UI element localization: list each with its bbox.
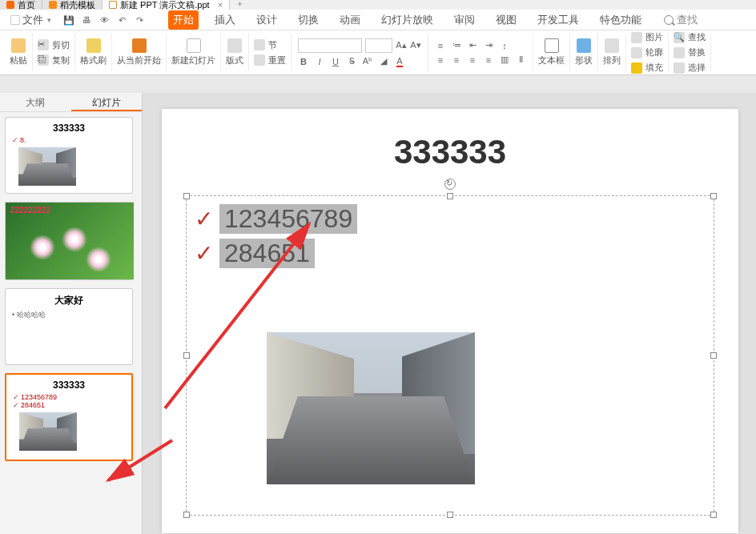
decrease-font-icon[interactable]: A▾	[410, 40, 421, 51]
outline-icon	[631, 47, 642, 58]
resize-handle[interactable]	[710, 352, 717, 359]
shape-icon	[577, 38, 591, 53]
ribbon-tab-view[interactable]: 视图	[491, 10, 521, 30]
ribbon-tab-review[interactable]: 审阅	[449, 10, 480, 30]
resize-handle[interactable]	[183, 512, 190, 518]
resize-handle[interactable]	[447, 512, 453, 518]
play-icon	[132, 38, 147, 53]
slide-thumb-2[interactable]: 222222222	[5, 202, 133, 280]
thumb1-image	[18, 147, 76, 186]
bold-icon[interactable]: B	[298, 56, 309, 67]
print-icon[interactable]: 🖶	[81, 14, 92, 26]
ribbon-search[interactable]: 查找	[664, 13, 698, 27]
ribbon-toolbar: 粘贴 ✂剪切 ⿻复制 格式刷 从当前开始 新建幻灯片 版式 节 重置 A▴ A▾…	[0, 30, 756, 75]
align-right-icon[interactable]: ≡	[467, 54, 478, 66]
slide-thumb-3[interactable]: 大家好 • 哈哈哈哈	[5, 288, 133, 365]
close-icon[interactable]: ×	[218, 0, 223, 10]
redo-icon[interactable]: ↷	[134, 14, 145, 26]
font-select[interactable]	[298, 38, 362, 53]
slide-image[interactable]	[267, 332, 475, 484]
panel-tab-outline[interactable]: 大纲	[0, 93, 71, 111]
fill-button[interactable]: 填充	[631, 62, 663, 74]
from-current-button[interactable]: 从当前开始	[117, 38, 161, 66]
ribbon-tab-dev[interactable]: 开发工具	[533, 10, 584, 30]
indent-dec-icon[interactable]: ⇤	[467, 40, 478, 51]
underline-icon[interactable]: U	[330, 56, 341, 67]
linespace-icon[interactable]: ↕	[499, 40, 510, 51]
resize-handle[interactable]	[710, 512, 717, 518]
tab-home[interactable]: 首页	[0, 0, 42, 10]
new-tab-button[interactable]: ＋	[230, 0, 249, 10]
ribbon-tab-anim[interactable]: 动画	[335, 10, 365, 30]
section-button[interactable]: 节	[254, 39, 286, 51]
bullet-text-1: 123456789	[219, 204, 357, 234]
pic-button[interactable]: 图片	[631, 31, 663, 43]
resize-handle[interactable]	[447, 193, 453, 199]
ppt-icon	[109, 1, 117, 9]
tab-templates[interactable]: 稻壳模板	[42, 0, 103, 10]
content-textbox[interactable]: ✓123456789 ✓284651	[186, 195, 714, 516]
bullet-line-2[interactable]: ✓284651	[195, 239, 357, 268]
file-menu[interactable]: 文件	[5, 10, 57, 30]
columns-icon[interactable]: ▥	[499, 54, 510, 66]
reset-icon	[254, 54, 265, 66]
thumb3-title: 大家好	[12, 294, 126, 307]
paste-button[interactable]: 粘贴	[10, 38, 27, 66]
arrange-button[interactable]: 排列	[603, 38, 621, 66]
align-justify-icon[interactable]: ≡	[483, 54, 494, 66]
textbox-icon	[545, 38, 559, 53]
ribbon-tab-insert[interactable]: 插入	[210, 10, 240, 30]
select-button[interactable]: 选择	[674, 62, 706, 74]
picture-icon	[631, 32, 642, 43]
ribbon-tab-special[interactable]: 特色功能	[595, 10, 646, 30]
italic-icon[interactable]: I	[314, 56, 325, 67]
resize-handle[interactable]	[183, 193, 190, 199]
textdir-icon[interactable]: Ⅱ	[515, 54, 526, 66]
replace-button[interactable]: 替换	[674, 46, 706, 58]
increase-font-icon[interactable]: A▴	[396, 40, 407, 51]
ribbon-tab-transition[interactable]: 切换	[293, 10, 324, 30]
fontcolor-icon[interactable]: A	[394, 56, 405, 67]
indent-inc-icon[interactable]: ⇥	[483, 40, 494, 51]
shape-button[interactable]: 形状	[575, 38, 593, 66]
highlight-icon[interactable]: ◢	[378, 56, 389, 67]
ribbon-tab-design[interactable]: 设计	[251, 10, 282, 30]
format-painter-button[interactable]: 格式刷	[80, 38, 107, 66]
current-slide[interactable]: 333333 ✓123456789 ✓284651	[162, 109, 738, 533]
textbox-button[interactable]: 文本框	[538, 38, 565, 66]
slide-thumb-1[interactable]: 333333 8.	[5, 117, 133, 194]
strike-icon[interactable]: S̶	[346, 56, 357, 67]
brush-icon	[86, 38, 101, 53]
numbering-icon[interactable]: ≔	[451, 40, 462, 51]
align-center-icon[interactable]: ≡	[451, 54, 462, 66]
align-left-icon[interactable]: ≡	[435, 54, 446, 66]
find-button[interactable]: 🔍查找	[674, 31, 706, 43]
bullets-icon[interactable]: ≡	[435, 40, 446, 51]
save-icon[interactable]: 💾	[63, 14, 74, 26]
thumb3-bullet: • 哈哈哈哈	[12, 310, 126, 320]
ribbon-tab-start[interactable]: 开始	[168, 10, 199, 30]
copy-button[interactable]: ⿻复制	[38, 54, 70, 66]
slide-title[interactable]: 333333	[162, 133, 738, 171]
thumb1-bullet: 8.	[12, 136, 126, 144]
resize-handle[interactable]	[710, 193, 717, 199]
superscript-icon[interactable]: Aᵇ	[362, 56, 373, 67]
rotate-handle[interactable]	[444, 179, 456, 190]
layout-button[interactable]: 版式	[226, 38, 243, 66]
outline-button[interactable]: 轮廓	[631, 46, 663, 58]
resize-handle[interactable]	[183, 352, 190, 359]
tab-current-doc[interactable]: 新建 PPT 演示文稿.ppt×	[103, 0, 230, 10]
reset-button[interactable]: 重置	[254, 54, 286, 66]
bullet-line-1[interactable]: ✓123456789	[195, 204, 357, 234]
undo-icon[interactable]: ↶	[116, 14, 127, 26]
section-icon	[254, 39, 265, 50]
new-slide-button[interactable]: 新建幻灯片	[171, 38, 215, 66]
fontsize-select[interactable]	[365, 38, 392, 53]
cut-button[interactable]: ✂剪切	[38, 39, 70, 51]
panel-tab-slides[interactable]: 幻灯片	[71, 93, 143, 111]
slide-thumb-4[interactable]: 333333 123456789 284651	[5, 373, 133, 461]
preview-icon[interactable]: 👁	[99, 14, 110, 26]
thumb4-bullet1: 123456789	[13, 393, 125, 401]
editor-canvas[interactable]: 333333 ✓123456789 ✓284651	[143, 93, 756, 534]
ribbon-tab-slideshow[interactable]: 幻灯片放映	[376, 10, 438, 30]
